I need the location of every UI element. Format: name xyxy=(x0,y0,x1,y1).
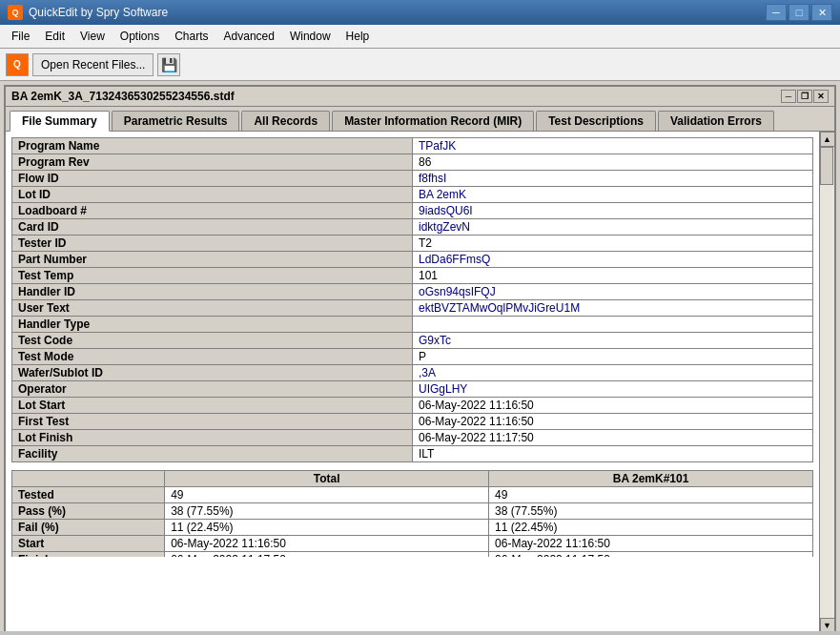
scroll-down-button[interactable]: ▼ xyxy=(820,618,835,631)
menu-item-window[interactable]: Window xyxy=(282,27,338,46)
tester-id-label: Tester ID xyxy=(12,236,413,252)
minimize-button[interactable]: ─ xyxy=(766,4,787,21)
menu-item-advanced[interactable]: Advanced xyxy=(216,27,282,46)
lot-finish-value: 06-May-2022 11:17:50 xyxy=(413,430,813,446)
first-test-value: 06-May-2022 11:16:50 xyxy=(413,414,813,430)
scroll-track xyxy=(820,147,835,618)
file-close-button[interactable]: ✕ xyxy=(813,90,829,103)
facility-value: ILT xyxy=(413,446,813,462)
menu-item-help[interactable]: Help xyxy=(338,27,378,46)
stats-row-pass: Pass (%) 38 (77.55%) 38 (77.55%) xyxy=(12,503,813,520)
lot-id-value: BA 2emK xyxy=(413,187,813,203)
menu-item-edit[interactable]: Edit xyxy=(37,27,72,46)
program-rev-value: 86 xyxy=(413,154,813,171)
scroll-up-button[interactable]: ▲ xyxy=(820,132,835,147)
stats-row-fail: Fail (%) 11 (22.45%) 11 (22.45%) xyxy=(12,520,813,536)
handler-type-value xyxy=(413,317,813,333)
toolbar: Q Open Recent Files... 💾 xyxy=(0,49,840,81)
facility-label: Facility xyxy=(12,446,413,462)
fail-label: Fail (%) xyxy=(12,520,165,536)
lot-start-value: 06-May-2022 11:16:50 xyxy=(413,398,813,414)
pass-total: 38 (77.55%) xyxy=(165,503,489,520)
loadboard-label: Loadboard # xyxy=(12,203,413,219)
card-id-label: Card ID xyxy=(12,219,413,236)
program-name-value: TPafJK xyxy=(413,138,813,154)
tested-label: Tested xyxy=(12,487,165,503)
flow-id-label: Flow ID xyxy=(12,171,413,187)
tab-file-summary[interactable]: File Summary xyxy=(10,111,110,132)
save-button[interactable]: 💾 xyxy=(157,53,180,76)
operator-label: Operator xyxy=(12,381,413,398)
lot-finish-label: Lot Finish xyxy=(12,430,413,446)
stats-row-start: Start 06-May-2022 11:16:50 06-May-2022 1… xyxy=(12,536,813,552)
handler-type-label: Handler Type xyxy=(12,317,413,333)
stats-col-total: Total xyxy=(165,471,489,487)
card-id-value: idktgZevN xyxy=(413,219,813,236)
fail-site: 11 (22.45%) xyxy=(489,520,813,536)
tab-test-descriptions[interactable]: Test Descriptions xyxy=(536,111,656,131)
vertical-scrollbar[interactable]: ▲ ▼ xyxy=(819,132,834,631)
file-title: BA 2emK_3A_7132436530255234556.stdf xyxy=(11,90,235,103)
stats-row-tested: Tested 49 49 xyxy=(12,487,813,503)
test-mode-label: Test Mode xyxy=(12,349,413,365)
start-site: 06-May-2022 11:16:50 xyxy=(489,536,813,552)
test-temp-label: Test Temp xyxy=(12,268,413,284)
menu-item-view[interactable]: View xyxy=(72,27,113,46)
loadboard-value: 9iadsQU6I xyxy=(413,203,813,219)
menu-item-charts[interactable]: Charts xyxy=(167,27,215,46)
title-bar: Q QuickEdit by Spry Software ─ □ ✕ xyxy=(0,0,840,25)
file-title-bar: BA 2emK_3A_7132436530255234556.stdf ─ ❐ … xyxy=(6,87,834,107)
content-area: Program Name TPafJK Program Rev 86 Flow … xyxy=(6,132,819,557)
file-info-grid: Program Name TPafJK Program Rev 86 Flow … xyxy=(11,137,813,462)
tester-id-value: T2 xyxy=(413,236,813,252)
app-title: QuickEdit by Spry Software xyxy=(29,6,168,19)
test-mode-value: P xyxy=(413,349,813,365)
file-restore-button[interactable]: ❐ xyxy=(797,90,812,103)
pass-site: 38 (77.55%) xyxy=(489,503,813,520)
menu-item-options[interactable]: Options xyxy=(113,27,167,46)
test-code-value: G9xTc xyxy=(413,333,813,349)
handler-id-value: oGsn94qsIFQJ xyxy=(413,284,813,300)
open-recent-button[interactable]: Open Recent Files... xyxy=(32,53,154,76)
file-minimize-button[interactable]: ─ xyxy=(781,90,796,103)
stats-table: Total BA 2emK#101 Tested 49 49 Pass (%) … xyxy=(11,470,813,557)
start-total: 06-May-2022 11:16:50 xyxy=(165,536,489,552)
program-name-label: Program Name xyxy=(12,138,413,154)
app-toolbar-icon: Q xyxy=(6,53,29,76)
pass-label: Pass (%) xyxy=(12,503,165,520)
program-rev-label: Program Rev xyxy=(12,154,413,171)
part-number-label: Part Number xyxy=(12,252,413,268)
save-icon: 💾 xyxy=(161,57,177,72)
tab-validation-errors[interactable]: Validation Errors xyxy=(658,111,774,131)
close-button[interactable]: ✕ xyxy=(811,4,832,21)
tested-total: 49 xyxy=(165,487,489,503)
lot-id-label: Lot ID xyxy=(12,187,413,203)
user-text-value: ektBVZTAMwOqlPMvJiGreU1M xyxy=(413,300,813,317)
main-window: BA 2emK_3A_7132436530255234556.stdf ─ ❐ … xyxy=(4,85,836,631)
test-temp-value: 101 xyxy=(413,268,813,284)
file-control-buttons: ─ ❐ ✕ xyxy=(781,90,829,103)
stats-col-site: BA 2emK#101 xyxy=(489,471,813,487)
flow-id-value: f8fhsI xyxy=(413,171,813,187)
part-number-value: LdDa6FFmsQ xyxy=(413,252,813,268)
title-bar-buttons: ─ □ ✕ xyxy=(766,4,832,21)
handler-id-label: Handler ID xyxy=(12,284,413,300)
lot-start-label: Lot Start xyxy=(12,398,413,414)
start-label: Start xyxy=(12,536,165,552)
scroll-thumb[interactable] xyxy=(820,147,833,185)
menu-item-file[interactable]: File xyxy=(4,27,37,46)
first-test-label: First Test xyxy=(12,414,413,430)
tabs-bar: File Summary Parametric Results All Reco… xyxy=(6,107,834,132)
finish-site: 06-May-2022 11:17:50 xyxy=(489,552,813,558)
stats-col-label xyxy=(12,471,165,487)
test-code-label: Test Code xyxy=(12,333,413,349)
tab-master-info[interactable]: Master Information Record (MIR) xyxy=(332,111,534,131)
maximize-button[interactable]: □ xyxy=(789,4,809,21)
wafer-sublot-value: ,3A xyxy=(413,365,813,381)
app-icon: Q xyxy=(8,5,23,20)
user-text-label: User Text xyxy=(12,300,413,317)
tab-all-records[interactable]: All Records xyxy=(241,111,330,131)
tested-site: 49 xyxy=(489,487,813,503)
tab-parametric-results[interactable]: Parametric Results xyxy=(112,111,240,131)
finish-label: Finish xyxy=(12,552,165,558)
